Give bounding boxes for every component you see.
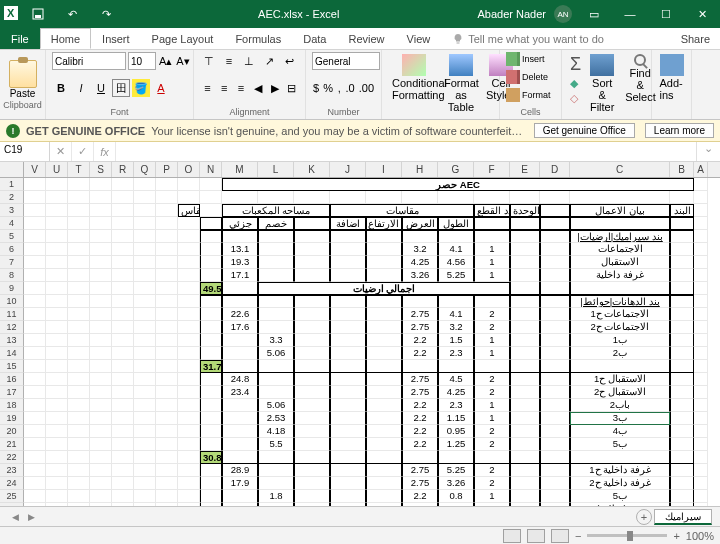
cell[interactable]: [24, 230, 46, 243]
col-header[interactable]: O: [178, 162, 200, 177]
cell[interactable]: 17.6: [222, 321, 258, 334]
cell[interactable]: [46, 477, 68, 490]
cell[interactable]: [694, 243, 708, 256]
cell[interactable]: [46, 243, 68, 256]
cell[interactable]: 2: [474, 477, 510, 490]
merge-center-icon[interactable]: ⊟: [284, 79, 299, 97]
cell[interactable]: [474, 360, 510, 373]
row-header[interactable]: 13: [0, 334, 24, 347]
cell[interactable]: 1.8: [258, 490, 294, 503]
cell[interactable]: [178, 191, 200, 204]
row-header[interactable]: 19: [0, 412, 24, 425]
cell[interactable]: [68, 438, 90, 451]
cell[interactable]: [366, 360, 402, 373]
cell[interactable]: 2.75: [402, 386, 438, 399]
cell[interactable]: [294, 438, 330, 451]
cell[interactable]: [134, 425, 156, 438]
cell[interactable]: [24, 191, 46, 204]
cell[interactable]: [68, 373, 90, 386]
row-header[interactable]: 9: [0, 282, 24, 295]
cell[interactable]: [540, 503, 570, 506]
cell[interactable]: 2: [474, 425, 510, 438]
cell[interactable]: [68, 282, 90, 295]
cell[interactable]: 2.53: [258, 412, 294, 425]
cell[interactable]: [258, 308, 294, 321]
cell[interactable]: [330, 412, 366, 425]
cell[interactable]: العرض: [402, 217, 438, 230]
cell[interactable]: [366, 230, 402, 243]
cell[interactable]: [200, 191, 222, 204]
row-header[interactable]: 25: [0, 490, 24, 503]
decrease-indent-icon[interactable]: ◀: [250, 79, 265, 97]
cell[interactable]: [670, 464, 694, 477]
cell[interactable]: [134, 230, 156, 243]
cell[interactable]: [134, 347, 156, 360]
cell[interactable]: [134, 256, 156, 269]
cell[interactable]: [24, 321, 46, 334]
cell[interactable]: 2.2: [402, 412, 438, 425]
cell[interactable]: [24, 503, 46, 506]
cell[interactable]: 19.3: [222, 256, 258, 269]
cell[interactable]: [90, 477, 112, 490]
cell[interactable]: [694, 425, 708, 438]
cell[interactable]: [670, 230, 694, 243]
cell[interactable]: [540, 308, 570, 321]
cell[interactable]: [134, 321, 156, 334]
col-header[interactable]: V: [24, 162, 46, 177]
cell[interactable]: [112, 438, 134, 451]
cell[interactable]: [670, 217, 694, 230]
cell[interactable]: [178, 438, 200, 451]
cell[interactable]: [330, 191, 366, 204]
zoom-slider[interactable]: [587, 534, 667, 537]
cell[interactable]: الاستقبال ح2: [570, 386, 670, 399]
cell[interactable]: [258, 243, 294, 256]
cell[interactable]: [366, 464, 402, 477]
tab-view[interactable]: View: [396, 28, 442, 49]
cell[interactable]: [90, 399, 112, 412]
cell[interactable]: 2.75: [402, 464, 438, 477]
cell[interactable]: ب3: [570, 412, 670, 425]
cell[interactable]: [200, 243, 222, 256]
cell[interactable]: [68, 230, 90, 243]
cell[interactable]: [330, 334, 366, 347]
cell[interactable]: [366, 308, 402, 321]
cell[interactable]: [24, 217, 46, 230]
cell[interactable]: [694, 438, 708, 451]
row-header[interactable]: 6: [0, 243, 24, 256]
cell[interactable]: [294, 399, 330, 412]
cell[interactable]: [68, 204, 90, 217]
cell[interactable]: [570, 191, 670, 204]
cell[interactable]: [510, 373, 540, 386]
cell[interactable]: 2.3: [438, 347, 474, 360]
cell[interactable]: [694, 490, 708, 503]
cell[interactable]: [670, 295, 694, 308]
cell[interactable]: [90, 412, 112, 425]
cell[interactable]: [540, 282, 570, 295]
cell[interactable]: [200, 308, 222, 321]
cell[interactable]: 1: [474, 399, 510, 412]
cell[interactable]: [294, 230, 330, 243]
cell[interactable]: 4.1: [438, 243, 474, 256]
cell[interactable]: [68, 178, 90, 191]
cell[interactable]: [178, 360, 200, 373]
cell[interactable]: [540, 451, 570, 464]
cell[interactable]: [222, 347, 258, 360]
cell[interactable]: 2.75: [402, 373, 438, 386]
zoom-level[interactable]: 100%: [686, 530, 714, 542]
col-header[interactable]: G: [438, 162, 474, 177]
cell[interactable]: [90, 217, 112, 230]
cell[interactable]: [68, 477, 90, 490]
cell[interactable]: [112, 412, 134, 425]
cell[interactable]: [670, 503, 694, 506]
cell[interactable]: [134, 412, 156, 425]
cell[interactable]: [112, 451, 134, 464]
col-header[interactable]: A: [694, 162, 708, 177]
cell[interactable]: [670, 347, 694, 360]
col-header[interactable]: L: [258, 162, 294, 177]
font-size-select[interactable]: [128, 52, 156, 70]
cell[interactable]: [294, 451, 330, 464]
cell[interactable]: 4.1: [438, 308, 474, 321]
cell[interactable]: [694, 464, 708, 477]
cell[interactable]: [24, 295, 46, 308]
cell[interactable]: [330, 295, 366, 308]
